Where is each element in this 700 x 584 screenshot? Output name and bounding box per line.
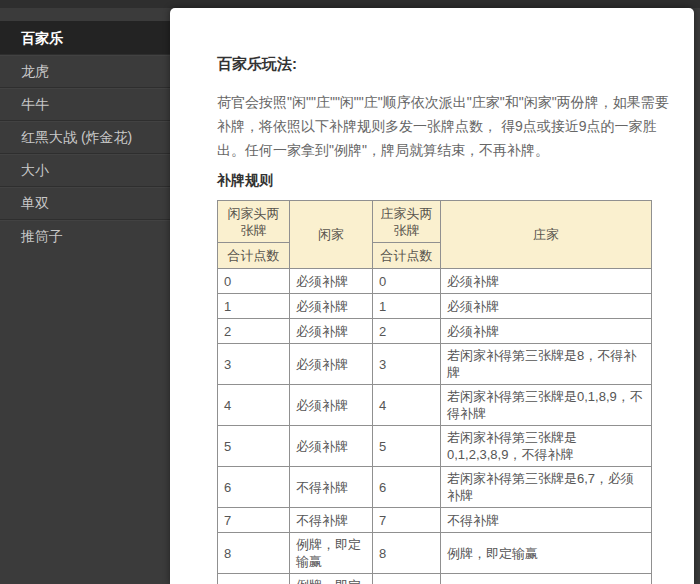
player-rule-cell: 必须补牌 [290,294,373,319]
table-row: 0 必须补牌 0 必须补牌 [218,269,652,294]
table-header-row: 闲家头两张牌 闲家 庄家头两张牌 庄家 [218,201,652,243]
player-rule-cell: 例牌，即定输赢 [290,533,373,574]
banker-total-cell: 4 [373,385,441,426]
banker-total-cell: 1 [373,294,441,319]
rules-section-title: 补牌规则 [217,172,666,190]
player-total-cell: 7 [218,508,290,533]
player-total-cell: 6 [218,467,290,508]
player-total-cell: 4 [218,385,290,426]
top-bar [0,0,700,8]
table-row: 3 必须补牌 3 若闲家补得第三张牌是8，不得补牌 [218,344,652,385]
player-rule-cell: 不得补牌 [290,467,373,508]
player-total-cell: 1 [218,294,290,319]
table-row: 9 例牌，即定输赢 9 例牌，即定输赢 [218,574,652,584]
header-player: 闲家 [290,201,373,269]
game-description: 荷官会按照"闲""庄""闲""庄"顺序依次派出"庄家"和"闲家"两份牌，如果需要… [217,90,669,162]
table-row: 8 例牌，即定输赢 8 例牌，即定输赢 [218,533,652,574]
banker-total-cell: 5 [373,426,441,467]
banker-total-cell: 0 [373,269,441,294]
sidebar-item-baccarat[interactable]: 百家乐 [0,21,170,54]
player-total-cell: 0 [218,269,290,294]
header-banker-first-two-cards: 庄家头两张牌 [373,201,441,243]
player-total-cell: 5 [218,426,290,467]
sidebar-item-red-black-war[interactable]: 红黑大战 (炸金花) [0,120,170,153]
player-rule-cell: 必须补牌 [290,385,373,426]
page-title: 百家乐玩法: [217,55,666,74]
header-banker: 庄家 [441,201,652,269]
table-row: 5 必须补牌 5 若闲家补得第三张牌是0,1,2,3,8,9，不得补牌 [218,426,652,467]
banker-total-cell: 3 [373,344,441,385]
player-total-cell: 3 [218,344,290,385]
player-rule-cell: 不得补牌 [290,508,373,533]
sidebar-item-big-small[interactable]: 大小 [0,153,170,186]
header-player-first-two-cards: 闲家头两张牌 [218,201,290,243]
player-rule-cell: 例牌，即定输赢 [290,574,373,584]
banker-total-cell: 6 [373,467,441,508]
content-panel: 百家乐玩法: 荷官会按照"闲""庄""闲""庄"顺序依次派出"庄家"和"闲家"两… [170,8,694,584]
sidebar-item-niuniu[interactable]: 牛牛 [0,87,170,120]
banker-rule-cell: 必须补牌 [441,319,652,344]
player-total-cell: 9 [218,574,290,584]
player-rule-cell: 必须补牌 [290,426,373,467]
sidebar-item-dragon-tiger[interactable]: 龙虎 [0,54,170,87]
header-player-total-points: 合计点数 [218,243,290,269]
banker-rule-cell: 例牌，即定输赢 [441,574,652,584]
player-total-cell: 8 [218,533,290,574]
draw-rules-table: 闲家头两张牌 闲家 庄家头两张牌 庄家 合计点数 合计点数 0 必须补牌 0 必… [217,200,652,584]
banker-rule-cell: 若闲家补得第三张牌是6,7，必须补牌 [441,467,652,508]
player-total-cell: 2 [218,319,290,344]
table-row: 1 必须补牌 1 必须补牌 [218,294,652,319]
header-banker-total-points: 合计点数 [373,243,441,269]
banker-total-cell: 2 [373,319,441,344]
banker-rule-cell: 若闲家补得第三张牌是8，不得补牌 [441,344,652,385]
banker-total-cell: 7 [373,508,441,533]
player-rule-cell: 必须补牌 [290,344,373,385]
banker-total-cell: 9 [373,574,441,584]
sidebar: 百家乐 龙虎 牛牛 红黑大战 (炸金花) 大小 单双 推筒子 [0,8,170,584]
table-row: 7 不得补牌 7 不得补牌 [218,508,652,533]
banker-rule-cell: 必须补牌 [441,269,652,294]
table-row: 2 必须补牌 2 必须补牌 [218,319,652,344]
table-row: 6 不得补牌 6 若闲家补得第三张牌是6,7，必须补牌 [218,467,652,508]
banker-rule-cell: 若闲家补得第三张牌是0,1,2,3,8,9，不得补牌 [441,426,652,467]
banker-rule-cell: 例牌，即定输赢 [441,533,652,574]
banker-rule-cell: 必须补牌 [441,294,652,319]
banker-rule-cell: 不得补牌 [441,508,652,533]
player-rule-cell: 必须补牌 [290,319,373,344]
banker-total-cell: 8 [373,533,441,574]
banker-rule-cell: 若闲家补得第三张牌是0,1,8,9，不得补牌 [441,385,652,426]
sidebar-item-tui-tong-zi[interactable]: 推筒子 [0,219,170,252]
table-row: 4 必须补牌 4 若闲家补得第三张牌是0,1,8,9，不得补牌 [218,385,652,426]
player-rule-cell: 必须补牌 [290,269,373,294]
sidebar-item-odd-even[interactable]: 单双 [0,186,170,219]
